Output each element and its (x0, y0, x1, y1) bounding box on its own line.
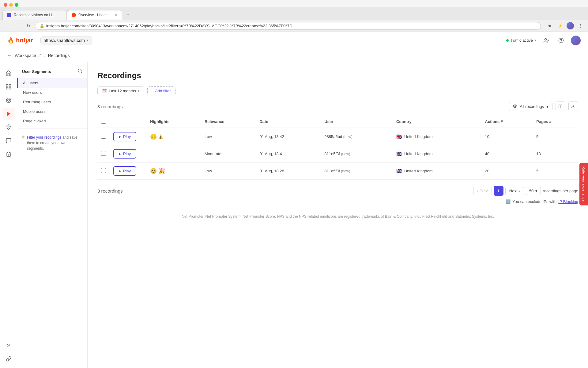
add-user-button[interactable] (541, 36, 551, 45)
hotjar-logo[interactable]: 🔥 hotjar (7, 37, 33, 44)
row-checkbox-0[interactable] (101, 134, 106, 139)
minimize-window-btn[interactable] (9, 3, 13, 7)
date-filter-button[interactable]: 📅 Last 12 months ▾ (97, 86, 144, 95)
user-avatar[interactable] (571, 36, 581, 45)
tabs-menu-btn[interactable]: ⋮ (577, 10, 586, 20)
tab-close-2[interactable]: ✕ (115, 13, 118, 17)
svg-rect-20 (561, 105, 562, 108)
filter-recordings-link[interactable]: Filter your recordings (27, 135, 62, 140)
prev-arrow-icon: ‹ (477, 189, 478, 193)
pagination-bar: 3 recordings ‹ Prev 1 Next › 50 ▾ (97, 186, 578, 196)
play-button-0[interactable]: ▶ Play (113, 132, 136, 141)
svg-rect-13 (8, 152, 9, 153)
highlights-cell-1: - (150, 151, 197, 156)
th-highlights[interactable]: Highlights (146, 116, 201, 128)
nav-heatmaps[interactable] (2, 121, 15, 133)
new-tab-button[interactable]: + (123, 9, 133, 20)
highlights-cell-2: 😊 🎉 (150, 168, 197, 174)
extensions-icon[interactable]: ⚡ (556, 22, 564, 30)
nav-insights[interactable] (2, 94, 15, 106)
tab-close-1[interactable]: ✕ (59, 13, 62, 17)
segment-filter-hint: Filter your recordings and save them to … (17, 131, 87, 155)
user-segments-title: User Segments (22, 69, 51, 74)
view-dropdown[interactable]: All recordings ▾ (509, 102, 552, 111)
table-controls: 3 recordings All recordings ▾ (97, 102, 578, 111)
play-button-1[interactable]: ▶ Play (113, 149, 136, 159)
reload-button[interactable]: ↻ (24, 22, 32, 30)
sidebar-item-mobile-users[interactable]: Mobile users (17, 107, 87, 116)
select-all-checkbox[interactable] (101, 119, 106, 124)
recordings-count-top: 3 recordings (97, 104, 123, 109)
prev-page-button[interactable]: ‹ Prev (473, 187, 492, 195)
prev-label: Prev (480, 189, 488, 193)
more-icon[interactable]: ⋮ (576, 22, 584, 30)
help-button[interactable] (556, 36, 566, 45)
sidebar-item-returning-users[interactable]: Returning users (17, 97, 87, 107)
site-url-selector[interactable]: https://snapflows.com ▾ (40, 36, 92, 44)
rate-experience-button[interactable]: Rate your experience (579, 163, 588, 205)
per-page-label: recordings per page (543, 189, 578, 193)
breadcrumb-back-button[interactable]: ← (7, 53, 12, 58)
site-url-text: https://snapflows.com (44, 38, 85, 43)
table-row: ▶ Play😊 🎉Low01 Aug, 18:28811e5f3f (new)🇬… (97, 163, 578, 180)
add-filter-button[interactable]: + Add filter (147, 86, 175, 95)
bookmark-icon[interactable]: ★ (546, 22, 554, 30)
address-bar[interactable]: 🔒 insights.hotjar.com/sites/3090413/work… (35, 22, 541, 30)
browser-tab-2[interactable]: Overview - Hotjar ✕ (67, 10, 122, 20)
close-window-btn[interactable] (4, 3, 7, 7)
download-button[interactable] (568, 102, 578, 111)
rate-sidebar: Rate your experience (579, 163, 588, 205)
ip-blocking-link[interactable]: IP Blocking (558, 199, 578, 204)
nav-recordings[interactable] (2, 108, 15, 120)
th-actions[interactable]: Actions # (481, 116, 533, 128)
segment-search-button[interactable] (77, 68, 82, 75)
date-filter-chevron-icon: ▾ (138, 89, 140, 93)
forward-button[interactable]: → (14, 22, 22, 30)
traffic-status[interactable]: Traffic active ▾ (506, 38, 537, 43)
segment-sidebar: User Segments All usersNew usersReturnin… (17, 62, 88, 368)
country-name-1: United Kingdom (404, 151, 433, 156)
th-date[interactable]: Date (256, 116, 321, 128)
th-country[interactable]: Country (393, 116, 481, 128)
page-title: Recordings (97, 71, 578, 80)
country-cell-0: 🇬🇧United Kingdom (396, 134, 478, 140)
play-button-2[interactable]: ▶ Play (113, 166, 136, 176)
svg-rect-8 (6, 87, 8, 89)
nav-feedback[interactable] (2, 135, 15, 147)
sidebar-item-new-users[interactable]: New users (17, 88, 87, 97)
svg-marker-11 (7, 112, 10, 116)
relevance-cell-1: Moderate (205, 151, 221, 156)
maximize-window-btn[interactable] (15, 3, 18, 7)
row-checkbox-1[interactable] (101, 151, 106, 156)
th-relevance[interactable]: Relevance (201, 116, 256, 128)
user-new-badge-2: (new) (341, 169, 350, 173)
th-checkbox (97, 116, 110, 128)
nav-dashboard[interactable] (2, 81, 15, 93)
profile-icon[interactable] (567, 22, 574, 29)
th-user[interactable]: User (321, 116, 393, 128)
breadcrumb-workspace[interactable]: Workspace #1 (15, 53, 42, 58)
next-page-button[interactable]: Next › (505, 187, 524, 195)
actions-cell-1: 40 (481, 145, 533, 163)
svg-point-9 (7, 99, 9, 102)
tab-favicon-1 (7, 13, 11, 17)
browser-chrome: Recording visitors on Hotjar (… ✕ Overvi… (0, 7, 588, 32)
nav-home[interactable] (2, 67, 15, 79)
row-checkbox-2[interactable] (101, 168, 106, 173)
nav-link[interactable] (2, 353, 15, 365)
columns-toggle-button[interactable] (556, 102, 565, 111)
browser-tab-1[interactable]: Recording visitors on Hotjar (… ✕ (2, 10, 66, 20)
sidebar-item-all-users[interactable]: All users (17, 78, 87, 88)
window-controls (0, 0, 588, 7)
per-page-select[interactable]: 50 ▾ (526, 187, 541, 195)
nav-collapse[interactable] (2, 339, 15, 351)
tab-label-2: Overview - Hotjar (78, 13, 107, 17)
actions-cell-0: 10 (481, 128, 533, 145)
th-pages[interactable]: Pages # (533, 116, 578, 128)
lock-icon: 🔒 (40, 24, 44, 28)
nav-surveys[interactable] (2, 148, 15, 160)
country-name-2: United Kingdom (404, 169, 433, 173)
back-button[interactable]: ← (4, 22, 12, 30)
sidebar-item-rage-clicked[interactable]: Rage clicked (17, 116, 87, 126)
user-cell-2: 811e5f3f (new) (321, 163, 393, 180)
